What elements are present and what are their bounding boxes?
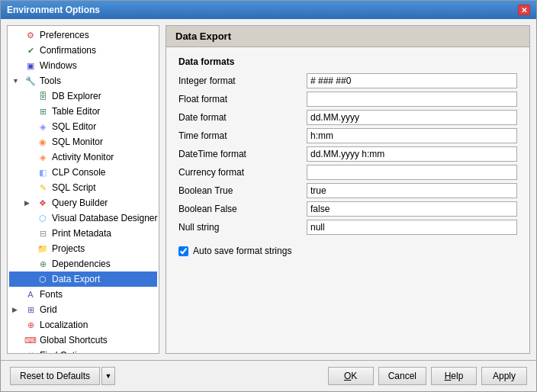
dep-icon: ⊕ [37, 258, 49, 270]
time-format-label: Time format [178, 129, 301, 143]
boolean-true-label: Boolean True [178, 184, 301, 198]
prefs-icon: ⚙ [24, 29, 37, 41]
sidebar-item-fonts[interactable]: AFonts [9, 287, 157, 302]
fonts-icon: A [24, 288, 37, 300]
auto-save-row: Auto save format strings [178, 246, 517, 256]
shortcuts-icon: ⌨ [24, 334, 37, 346]
help-button[interactable]: Help [431, 367, 477, 385]
sidebar-item-confirmations[interactable]: ✔Confirmations [9, 43, 157, 58]
export-icon: ⬡ [37, 273, 49, 285]
sidebar-item-find-option[interactable]: ✖Find Option [9, 348, 157, 354]
query-icon: ❖ [37, 197, 49, 209]
environment-options-window: Environment Options ✕ ⚙Preferences✔Confi… [0, 0, 537, 392]
sidebar-item-label: Global Shortcuts [40, 335, 108, 345]
project-icon: 📁 [37, 243, 49, 255]
currency-format-input[interactable] [307, 165, 517, 180]
expander-icon: ▼ [12, 77, 24, 85]
null-string-input[interactable] [307, 220, 517, 235]
sidebar-item-projects[interactable]: 📁Projects [9, 241, 157, 256]
sidebar-item-label: Table Editor [52, 106, 100, 117]
sidebar-item-print-metadata[interactable]: ⊟Print Metadata [9, 226, 157, 241]
reset-button[interactable]: Reset to Defaults [10, 367, 100, 385]
main-panel: Data Export Data formats Integer formatF… [166, 25, 530, 354]
sidebar-item-label: DB Explorer [52, 91, 101, 101]
sidebar-item-dependencies[interactable]: ⊕Dependencies [9, 256, 157, 272]
sidebar-item-windows[interactable]: ▣Windows [9, 58, 157, 73]
sidebar-item-preferences[interactable]: ⚙Preferences [9, 27, 157, 43]
tools-icon: 🔧 [24, 75, 37, 87]
time-format-input[interactable] [307, 128, 517, 143]
window-title: Environment Options [7, 5, 100, 15]
sidebar-item-table-editor[interactable]: ⊞Table Editor [9, 104, 157, 119]
sidebar-item-sql-editor[interactable]: ◈SQL Editor [9, 119, 157, 134]
sidebar: ⚙Preferences✔Confirmations▣Windows▼🔧Tool… [7, 25, 159, 354]
sidebar-item-label: Tools [40, 76, 61, 86]
content-area: ⚙Preferences✔Confirmations▣Windows▼🔧Tool… [1, 19, 536, 360]
title-bar: Environment Options ✕ [1, 1, 536, 19]
sidebar-item-activity-monitor[interactable]: ◈Activity Monitor [9, 149, 157, 165]
visual-icon: ⬡ [37, 212, 49, 224]
script-icon: ✎ [37, 182, 49, 194]
sidebar-item-sql-script[interactable]: ✎SQL Script [9, 180, 157, 195]
sidebar-item-tools[interactable]: ▼🔧Tools [9, 73, 157, 88]
cancel-button[interactable]: Cancel [378, 367, 426, 385]
sidebar-item-label: Confirmations [40, 45, 96, 56]
form-grid: Integer formatFloat formatDate formatTim… [178, 73, 517, 235]
apply-button[interactable]: Apply [481, 367, 527, 385]
sidebar-item-label: Localization [40, 320, 88, 330]
sidebar-item-visual-db[interactable]: ⬡Visual Database Designer [9, 210, 157, 226]
db-icon: 🗄 [37, 90, 49, 102]
clp-icon: ◧ [37, 166, 49, 178]
sidebar-item-label: Preferences [40, 30, 89, 40]
sidebar-item-label: Activity Monitor [52, 152, 114, 162]
panel-title: Data Export [166, 26, 529, 47]
sidebar-item-global-shortcuts[interactable]: ⌨Global Shortcuts [9, 333, 157, 348]
reset-dropdown-arrow[interactable]: ▼ [101, 367, 115, 385]
sidebar-item-label: SQL Monitor [52, 137, 103, 147]
close-button[interactable]: ✕ [518, 5, 530, 15]
sidebar-item-label: Query Builder [52, 198, 108, 208]
datetime-format-input[interactable] [307, 146, 517, 162]
sidebar-item-label: Projects [52, 243, 85, 254]
sidebar-item-query-builder[interactable]: ▶❖Query Builder [9, 195, 157, 210]
confirm-icon: ✔ [24, 44, 37, 56]
find-icon: ✖ [24, 349, 37, 354]
boolean-false-input[interactable] [307, 201, 517, 217]
currency-format-label: Currency format [178, 165, 301, 179]
footer: Reset to Defaults ▼ OK Cancel Help Apply [1, 360, 536, 391]
boolean-true-input[interactable] [307, 183, 517, 198]
null-string-label: Null string [178, 220, 301, 234]
integer-format-label: Integer format [178, 74, 301, 88]
sidebar-item-label: Find Option [40, 350, 87, 354]
sidebar-item-label: SQL Script [52, 182, 96, 193]
section-label: Data formats [178, 56, 517, 67]
sidebar-item-label: Visual Database Designer [52, 213, 158, 223]
sidebar-item-clp-console[interactable]: ◧CLP Console [9, 165, 157, 180]
sql-icon: ◈ [37, 120, 49, 133]
sidebar-item-label: Dependencies [52, 259, 111, 269]
sidebar-item-label: Data Export [52, 274, 100, 284]
boolean-false-label: Boolean False [178, 202, 301, 216]
print-icon: ⊟ [37, 227, 49, 239]
integer-format-input[interactable] [307, 73, 517, 88]
sidebar-item-grid[interactable]: ▶⊞Grid [9, 302, 157, 317]
date-format-label: Date format [178, 111, 301, 124]
windows-icon: ▣ [24, 59, 37, 72]
monitor-icon: ◉ [37, 136, 49, 148]
table-icon: ⊞ [37, 105, 49, 117]
activity-icon: ◈ [37, 151, 49, 163]
float-format-input[interactable] [307, 92, 517, 107]
sidebar-item-label: CLP Console [52, 167, 106, 178]
auto-save-checkbox[interactable] [178, 246, 188, 256]
sidebar-item-sql-monitor[interactable]: ◉SQL Monitor [9, 134, 157, 149]
sidebar-item-db-explorer[interactable]: 🗄DB Explorer [9, 88, 157, 104]
sidebar-item-data-export[interactable]: ⬡Data Export [9, 272, 157, 287]
sidebar-item-localization[interactable]: ⊕Localization [9, 317, 157, 333]
sidebar-item-label: Print Metadata [52, 228, 111, 239]
ok-button[interactable]: OK [328, 367, 374, 385]
date-format-input[interactable] [307, 110, 517, 125]
datetime-format-label: DateTime format [178, 147, 301, 161]
float-format-label: Float format [178, 92, 301, 106]
grid-icon: ⊞ [24, 304, 37, 316]
sidebar-item-label: SQL Editor [52, 121, 96, 132]
